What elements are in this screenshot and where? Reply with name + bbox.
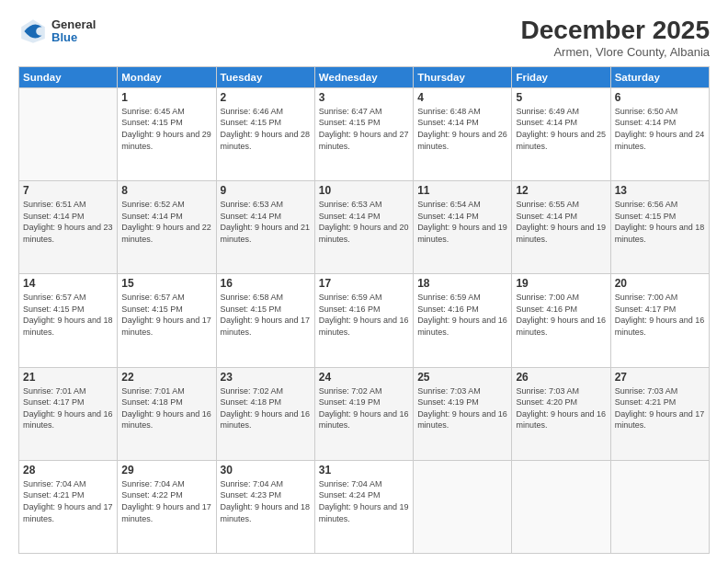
table-row: 18 Sunrise: 6:59 AMSunset: 4:16 PMDaylig… xyxy=(414,274,512,367)
table-row xyxy=(512,460,610,553)
day-number: 10 xyxy=(319,184,409,197)
logo-text: General Blue xyxy=(51,18,96,45)
day-info: Sunrise: 7:01 AMSunset: 4:18 PMDaylight:… xyxy=(121,386,211,431)
day-number: 4 xyxy=(417,91,507,104)
calendar-table: Sunday Monday Tuesday Wednesday Thursday… xyxy=(18,66,710,554)
day-info: Sunrise: 6:49 AMSunset: 4:14 PMDaylight:… xyxy=(516,107,606,151)
logo: General Blue xyxy=(18,17,96,46)
day-number: 13 xyxy=(615,184,705,197)
table-row: 8 Sunrise: 6:52 AMSunset: 4:14 PMDayligh… xyxy=(118,181,216,274)
day-number: 3 xyxy=(319,91,409,104)
calendar-week-row: 21 Sunrise: 7:01 AMSunset: 4:17 PMDaylig… xyxy=(19,367,710,460)
table-row: 2 Sunrise: 6:46 AMSunset: 4:15 PMDayligh… xyxy=(216,87,314,180)
header-monday: Monday xyxy=(118,66,216,87)
title-area: December 2025 Armen, Vlore County, Alban… xyxy=(521,17,710,59)
day-number: 14 xyxy=(23,277,113,290)
day-info: Sunrise: 6:56 AMSunset: 4:15 PMDaylight:… xyxy=(615,200,705,244)
day-info: Sunrise: 6:52 AMSunset: 4:14 PMDaylight:… xyxy=(121,200,211,244)
day-number: 30 xyxy=(221,464,311,477)
table-row: 13 Sunrise: 6:56 AMSunset: 4:15 PMDaylig… xyxy=(610,181,709,274)
day-info: Sunrise: 6:55 AMSunset: 4:14 PMDaylight:… xyxy=(516,200,606,244)
day-number: 16 xyxy=(221,277,311,290)
table-row xyxy=(610,460,709,553)
table-row: 1 Sunrise: 6:45 AMSunset: 4:15 PMDayligh… xyxy=(118,87,216,180)
day-number: 17 xyxy=(319,277,409,290)
day-info: Sunrise: 7:02 AMSunset: 4:19 PMDaylight:… xyxy=(319,386,409,431)
day-number: 29 xyxy=(121,464,211,477)
day-number: 23 xyxy=(221,371,311,384)
logo-general-text: General xyxy=(51,18,96,31)
table-row: 30 Sunrise: 7:04 AMSunset: 4:23 PMDaylig… xyxy=(216,460,314,553)
day-info: Sunrise: 7:03 AMSunset: 4:19 PMDaylight:… xyxy=(417,386,507,431)
day-info: Sunrise: 6:46 AMSunset: 4:15 PMDaylight:… xyxy=(221,107,311,151)
table-row: 21 Sunrise: 7:01 AMSunset: 4:17 PMDaylig… xyxy=(19,367,118,460)
table-row xyxy=(19,87,118,180)
table-row: 3 Sunrise: 6:47 AMSunset: 4:15 PMDayligh… xyxy=(314,87,413,180)
header-wednesday: Wednesday xyxy=(314,66,413,87)
day-number: 31 xyxy=(319,464,409,477)
day-info: Sunrise: 6:57 AMSunset: 4:15 PMDaylight:… xyxy=(121,293,211,337)
table-row: 7 Sunrise: 6:51 AMSunset: 4:14 PMDayligh… xyxy=(19,181,118,274)
table-row: 28 Sunrise: 7:04 AMSunset: 4:21 PMDaylig… xyxy=(19,460,118,553)
page: General Blue December 2025 Armen, Vlore … xyxy=(0,0,728,563)
table-row: 15 Sunrise: 6:57 AMSunset: 4:15 PMDaylig… xyxy=(118,274,216,367)
table-row: 23 Sunrise: 7:02 AMSunset: 4:18 PMDaylig… xyxy=(216,367,314,460)
day-info: Sunrise: 6:57 AMSunset: 4:15 PMDaylight:… xyxy=(23,293,113,337)
table-row: 4 Sunrise: 6:48 AMSunset: 4:14 PMDayligh… xyxy=(414,87,512,180)
day-info: Sunrise: 7:04 AMSunset: 4:24 PMDaylight:… xyxy=(319,479,409,523)
header: General Blue December 2025 Armen, Vlore … xyxy=(18,17,710,59)
day-info: Sunrise: 7:02 AMSunset: 4:18 PMDaylight:… xyxy=(221,386,311,431)
header-sunday: Sunday xyxy=(19,66,118,87)
calendar-week-row: 1 Sunrise: 6:45 AMSunset: 4:15 PMDayligh… xyxy=(19,87,710,180)
table-row: 25 Sunrise: 7:03 AMSunset: 4:19 PMDaylig… xyxy=(414,367,512,460)
day-info: Sunrise: 6:53 AMSunset: 4:14 PMDaylight:… xyxy=(319,200,409,244)
table-row: 17 Sunrise: 6:59 AMSunset: 4:16 PMDaylig… xyxy=(314,274,413,367)
table-row: 12 Sunrise: 6:55 AMSunset: 4:14 PMDaylig… xyxy=(512,181,610,274)
day-number: 5 xyxy=(516,91,606,104)
header-thursday: Thursday xyxy=(414,66,512,87)
table-row xyxy=(414,460,512,553)
month-title: December 2025 xyxy=(521,17,710,45)
day-number: 22 xyxy=(121,371,211,384)
day-info: Sunrise: 6:53 AMSunset: 4:14 PMDaylight:… xyxy=(221,200,311,244)
day-info: Sunrise: 7:04 AMSunset: 4:22 PMDaylight:… xyxy=(121,479,211,523)
calendar-week-row: 28 Sunrise: 7:04 AMSunset: 4:21 PMDaylig… xyxy=(19,460,710,553)
day-info: Sunrise: 7:03 AMSunset: 4:20 PMDaylight:… xyxy=(516,386,606,431)
table-row: 6 Sunrise: 6:50 AMSunset: 4:14 PMDayligh… xyxy=(610,87,709,180)
day-number: 1 xyxy=(121,91,211,104)
day-number: 26 xyxy=(516,371,606,384)
day-info: Sunrise: 6:59 AMSunset: 4:16 PMDaylight:… xyxy=(417,293,507,337)
day-info: Sunrise: 7:04 AMSunset: 4:23 PMDaylight:… xyxy=(221,479,311,523)
day-info: Sunrise: 7:03 AMSunset: 4:21 PMDaylight:… xyxy=(615,386,705,431)
day-number: 28 xyxy=(23,464,113,477)
table-row: 27 Sunrise: 7:03 AMSunset: 4:21 PMDaylig… xyxy=(610,367,709,460)
day-number: 27 xyxy=(615,371,705,384)
day-info: Sunrise: 6:54 AMSunset: 4:14 PMDaylight:… xyxy=(417,200,507,244)
header-friday: Friday xyxy=(512,66,610,87)
day-number: 24 xyxy=(319,371,409,384)
day-number: 21 xyxy=(23,371,113,384)
calendar-week-row: 14 Sunrise: 6:57 AMSunset: 4:15 PMDaylig… xyxy=(19,274,710,367)
table-row: 31 Sunrise: 7:04 AMSunset: 4:24 PMDaylig… xyxy=(314,460,413,553)
table-row: 5 Sunrise: 6:49 AMSunset: 4:14 PMDayligh… xyxy=(512,87,610,180)
day-info: Sunrise: 6:47 AMSunset: 4:15 PMDaylight:… xyxy=(319,107,409,151)
table-row: 10 Sunrise: 6:53 AMSunset: 4:14 PMDaylig… xyxy=(314,181,413,274)
calendar-week-row: 7 Sunrise: 6:51 AMSunset: 4:14 PMDayligh… xyxy=(19,181,710,274)
table-row: 9 Sunrise: 6:53 AMSunset: 4:14 PMDayligh… xyxy=(216,181,314,274)
day-number: 7 xyxy=(23,184,113,197)
day-info: Sunrise: 6:51 AMSunset: 4:14 PMDaylight:… xyxy=(23,200,113,244)
table-row: 11 Sunrise: 6:54 AMSunset: 4:14 PMDaylig… xyxy=(414,181,512,274)
day-number: 11 xyxy=(417,184,507,197)
table-row: 20 Sunrise: 7:00 AMSunset: 4:17 PMDaylig… xyxy=(610,274,709,367)
day-number: 8 xyxy=(121,184,211,197)
day-info: Sunrise: 7:04 AMSunset: 4:21 PMDaylight:… xyxy=(23,479,113,523)
day-info: Sunrise: 7:00 AMSunset: 4:16 PMDaylight:… xyxy=(516,293,606,337)
header-tuesday: Tuesday xyxy=(216,66,314,87)
day-number: 2 xyxy=(221,91,311,104)
day-info: Sunrise: 6:50 AMSunset: 4:14 PMDaylight:… xyxy=(615,107,705,151)
table-row: 14 Sunrise: 6:57 AMSunset: 4:15 PMDaylig… xyxy=(19,274,118,367)
day-info: Sunrise: 6:59 AMSunset: 4:16 PMDaylight:… xyxy=(319,293,409,337)
calendar-header-row: Sunday Monday Tuesday Wednesday Thursday… xyxy=(19,66,710,87)
header-saturday: Saturday xyxy=(610,66,709,87)
day-info: Sunrise: 7:00 AMSunset: 4:17 PMDaylight:… xyxy=(615,293,705,337)
